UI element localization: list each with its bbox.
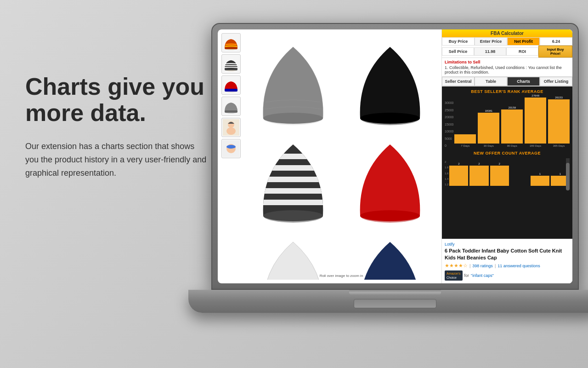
seller-label: Lotify bbox=[445, 242, 570, 247]
right-panel: FBA Calculator Buy Price Enter Price Net… bbox=[441, 29, 572, 283]
offer-bar-5: 1 bbox=[531, 172, 549, 186]
bsr-chart: 30000 25000 20000 15000 10000 5000 0 bbox=[445, 97, 570, 147]
svg-point-26 bbox=[360, 210, 420, 221]
offer-bar-3: 2 bbox=[490, 162, 509, 186]
thumbnail-4[interactable] bbox=[221, 97, 241, 116]
svg-rect-19 bbox=[256, 154, 330, 159]
main-heading: Charts give you more data. bbox=[25, 74, 209, 126]
stars: ★★★★☆ bbox=[445, 263, 468, 269]
offer-bar-2: 2 bbox=[469, 162, 488, 186]
svg-rect-3 bbox=[225, 69, 237, 70]
charts-section: BEST SELLER'S RANK AVERAGE 30000 25000 2… bbox=[442, 86, 572, 239]
offer-y-axis: 2 1.8 1.6 1.4 1.2 bbox=[445, 161, 448, 186]
striped-hat bbox=[245, 131, 341, 227]
buy-price-label: Buy Price bbox=[442, 37, 475, 46]
svg-rect-22 bbox=[256, 188, 330, 194]
bsr-bar-7days: 7 Days bbox=[454, 134, 476, 147]
ratings-count[interactable]: 398 ratings bbox=[472, 264, 493, 268]
left-content: Charts give you more data. Our extension… bbox=[25, 74, 209, 180]
laptop-wrapper: Roll over image to zoom in FBA Calculato… bbox=[188, 9, 588, 359]
laptop-base bbox=[188, 290, 588, 313]
laptop-screen: Roll over image to zoom in FBA Calculato… bbox=[218, 29, 572, 283]
bsr-bar-90days: 20159 90 Days bbox=[501, 106, 523, 147]
roi-label: ROI bbox=[506, 47, 538, 56]
svg-rect-7 bbox=[225, 110, 237, 113]
net-profit-label: Net Profit bbox=[507, 37, 540, 46]
offer-chart-title: NEW OFFER COUNT AVERAGE bbox=[445, 151, 570, 155]
svg-point-15 bbox=[263, 113, 323, 124]
badge-for-text: for bbox=[464, 273, 469, 278]
offer-bars-area: 2 2 2 bbox=[449, 161, 570, 186]
sell-price-label: Sell Price bbox=[442, 47, 474, 56]
input-buy-price-button[interactable]: Input Buy Price! bbox=[538, 46, 572, 58]
svg-rect-23 bbox=[256, 200, 330, 205]
laptop-body: Roll over image to zoom in FBA Calculato… bbox=[211, 23, 579, 290]
svg-rect-20 bbox=[256, 165, 330, 171]
bsr-bars-area: 7 Days 18381 30 Days bbox=[454, 101, 570, 147]
product-images-section: Roll over image to zoom in bbox=[218, 29, 441, 283]
limitations-text: 1. Collectible, Refurbished, Used condit… bbox=[445, 65, 570, 75]
tab-table[interactable]: Table bbox=[475, 77, 507, 86]
svg-rect-21 bbox=[256, 177, 330, 182]
bsr-y-axis: 30000 25000 20000 15000 10000 5000 0 bbox=[445, 101, 453, 147]
fba-row-1: Buy Price Enter Price Net Profit 6.24 bbox=[442, 37, 572, 46]
amazons-choice-badge: Amazon's Choice bbox=[445, 270, 463, 281]
product-main-grid bbox=[245, 33, 438, 280]
net-profit-value: 6.24 bbox=[540, 37, 572, 46]
offer-chart: 2 1.8 1.6 1.4 1.2 2 bbox=[445, 158, 570, 186]
white-hat bbox=[245, 228, 341, 280]
fba-calculator: FBA Calculator Buy Price Enter Price Net… bbox=[442, 29, 572, 58]
screen-content: Roll over image to zoom in FBA Calculato… bbox=[218, 29, 572, 283]
scrollbar-thumb bbox=[566, 163, 570, 190]
svg-point-10 bbox=[226, 127, 236, 135]
sub-text: Our extension has a charts section that … bbox=[25, 140, 209, 179]
thumbnail-2[interactable] bbox=[221, 54, 241, 74]
offer-chart-section: NEW OFFER COUNT AVERAGE 2 1.8 1.6 1.4 1.… bbox=[445, 151, 570, 186]
laptop-hinge bbox=[349, 290, 441, 295]
bsr-bar-30days: 18381 30 Days bbox=[478, 109, 499, 147]
rating-row: ★★★★☆ | 398 ratings | 11 answered questi… bbox=[445, 263, 570, 269]
fba-row-2: Sell Price 11.98 ROI Input Buy Price! bbox=[442, 46, 572, 58]
offer-bar-1: 2 bbox=[449, 162, 468, 186]
bsr-chart-title: BEST SELLER'S RANK AVERAGE bbox=[445, 89, 570, 94]
badge-row: Amazon's Choice for "infant caps" bbox=[445, 270, 570, 281]
screen-bezel: Roll over image to zoom in FBA Calculato… bbox=[218, 29, 572, 283]
thumbnail-6[interactable] bbox=[221, 139, 241, 158]
product-title: 6 Pack Toddler Infant Baby Cotton Soft C… bbox=[445, 247, 570, 261]
product-info: Lotify 6 Pack Toddler Infant Baby Cotton… bbox=[442, 239, 572, 283]
enter-price-label: Enter Price bbox=[475, 37, 507, 46]
answered-questions[interactable]: 11 answered questions bbox=[498, 264, 540, 268]
svg-point-17 bbox=[360, 113, 420, 124]
fba-title: FBA Calculator bbox=[442, 29, 572, 37]
red-hat bbox=[342, 131, 438, 227]
limitations-section: Limitations to Sell 1. Collectible, Refu… bbox=[442, 58, 572, 77]
tab-offer-listing[interactable]: Offer Listing bbox=[540, 77, 572, 86]
svg-rect-5 bbox=[225, 89, 237, 92]
badge-for-link[interactable]: "infant caps" bbox=[471, 273, 494, 278]
bsr-bar-365days: 26153 365 Days bbox=[548, 96, 570, 147]
black-hat bbox=[342, 33, 438, 130]
limitations-title: Limitations to Sell bbox=[445, 60, 570, 64]
nav-tabs: Seller Central Table Charts Offer Listin… bbox=[442, 77, 572, 86]
thumbnail-1[interactable] bbox=[221, 33, 241, 52]
svg-point-13 bbox=[226, 145, 236, 149]
laptop-trackpad bbox=[354, 299, 436, 308]
svg-rect-1 bbox=[225, 47, 237, 49]
main-image-area: Roll over image to zoom in bbox=[245, 33, 438, 280]
chart-scrollbar[interactable] bbox=[566, 158, 570, 186]
svg-point-24 bbox=[263, 210, 323, 221]
thumbnail-5[interactable] bbox=[221, 118, 241, 137]
tab-charts[interactable]: Charts bbox=[507, 77, 540, 86]
tab-seller-central[interactable]: Seller Central bbox=[442, 77, 475, 86]
bsr-bar-180days: 27648 180 Days bbox=[525, 94, 546, 147]
sell-price-value: 11.98 bbox=[474, 47, 506, 56]
zoom-text: Roll over image to zoom in bbox=[320, 274, 363, 278]
thumbnail-3[interactable] bbox=[221, 75, 241, 95]
gray-hat bbox=[245, 33, 341, 130]
offer-bar-4 bbox=[510, 185, 529, 186]
navy-hat bbox=[342, 228, 438, 280]
thumbnail-column bbox=[221, 33, 242, 280]
